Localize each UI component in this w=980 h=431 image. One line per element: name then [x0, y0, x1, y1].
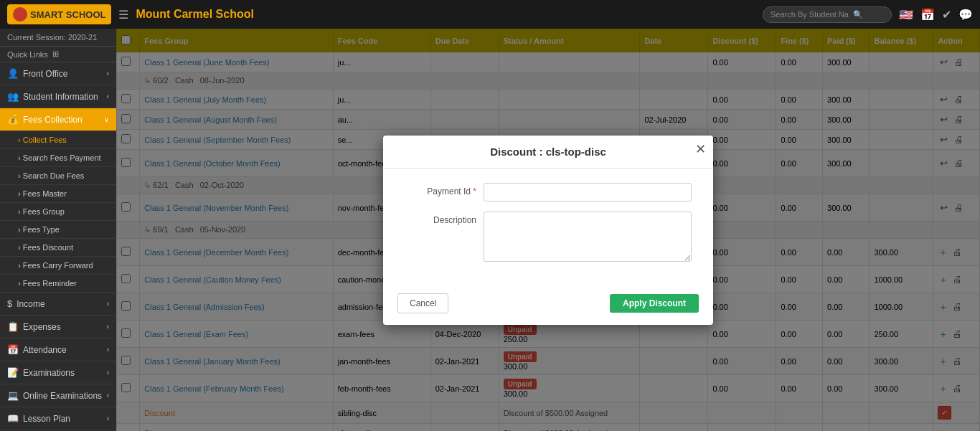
arrow-icon: ‹ [107, 369, 109, 376]
modal-overlay[interactable]: Discount : cls-top-disc ✕ Payment Id * D… [116, 29, 980, 431]
modal-header: Discount : cls-top-disc ✕ [383, 136, 713, 169]
sidebar-item-income[interactable]: $ Income ‹ [0, 293, 116, 316]
arrow-icon: ‹ [107, 392, 109, 399]
submenu-fees-type[interactable]: Fees Type [0, 221, 116, 239]
required-star: * [471, 186, 476, 196]
modal-title: Discount : cls-top-disc [490, 146, 606, 158]
hamburger-icon[interactable]: ☰ [118, 8, 128, 22]
search-icon: 🔍 [853, 10, 863, 19]
modal-footer: Cancel Apply Discount [383, 286, 713, 325]
arrow-icon: ‹ [107, 70, 109, 77]
sidebar-item-expenses[interactable]: 📋 Expenses ‹ [0, 316, 116, 338]
sidebar-item-attendance[interactable]: 📅 Attendance ‹ [0, 338, 116, 361]
logo-text: SMART SCHOOL [30, 9, 105, 20]
submenu-fees-group[interactable]: Fees Group [0, 203, 116, 221]
arrow-icon: ‹ [107, 323, 109, 331]
sidebar-item-student-info[interactable]: 👥 Student Information ‹ [0, 85, 116, 108]
attendance-icon: 📅 [7, 344, 19, 355]
payment-id-row: Payment Id * [405, 183, 692, 202]
submenu-fees-reminder[interactable]: Fees Reminder [0, 275, 116, 293]
whatsapp-icon[interactable]: 💬 [958, 8, 973, 22]
expenses-icon: 📋 [7, 321, 19, 332]
arrow-icon: ∨ [104, 115, 109, 123]
front-office-icon: 👤 [7, 68, 19, 79]
apply-discount-button[interactable]: Apply Discount [610, 294, 699, 313]
session-info: Current Session: 2020-21 [0, 29, 116, 47]
calendar-icon[interactable]: 📅 [920, 8, 935, 22]
nav-icons: 🇺🇸 📅 ✔ 💬 [899, 8, 973, 22]
student-icon: 👥 [7, 91, 19, 102]
top-nav: SMART SCHOOL ☰ Mount Carmel School Searc… [0, 0, 980, 29]
arrow-icon: ‹ [107, 415, 109, 422]
modal-body: Payment Id * Description [383, 169, 713, 286]
sidebar-item-examinations[interactable]: 📝 Examinations ‹ [0, 361, 116, 384]
sidebar-item-online-exams[interactable]: 💻 Online Examinations ‹ [0, 384, 116, 407]
submenu-search-due-fees[interactable]: Search Due Fees [0, 167, 116, 185]
logo-icon [13, 7, 27, 22]
exam-icon: 📝 [7, 367, 19, 378]
quick-links: Quick Links ⊞ [0, 47, 116, 62]
check-icon[interactable]: ✔ [942, 8, 951, 22]
arrow-icon: ‹ [107, 300, 109, 308]
grid-icon: ⊞ [52, 49, 59, 59]
payment-id-label: Payment Id * [405, 183, 476, 196]
logo: SMART SCHOOL [7, 4, 111, 24]
modal-close-button[interactable]: ✕ [695, 141, 706, 157]
cancel-button[interactable]: Cancel [397, 293, 448, 313]
income-icon: $ [7, 298, 12, 309]
submenu-search-fees-payment[interactable]: Search Fees Payment [0, 149, 116, 167]
search-box[interactable]: Search By Student Na 🔍 [763, 6, 892, 23]
description-textarea[interactable] [484, 212, 692, 262]
description-row: Description [405, 212, 692, 262]
description-label: Description [405, 212, 476, 225]
school-title: Mount Carmel School [136, 8, 755, 21]
search-placeholder: Search By Student Na [771, 10, 849, 19]
submenu-fees-master[interactable]: Fees Master [0, 185, 116, 203]
fees-icon: 💰 [7, 114, 19, 125]
lesson-icon: 📖 [7, 413, 19, 424]
sidebar-item-front-office[interactable]: 👤 Front Office ‹ [0, 62, 116, 85]
payment-id-input[interactable] [484, 183, 692, 202]
discount-modal: Discount : cls-top-disc ✕ Payment Id * D… [383, 136, 713, 325]
submenu-collect-fees[interactable]: Collect Fees [0, 131, 116, 149]
arrow-icon: ‹ [107, 93, 109, 100]
sidebar: Current Session: 2020-21 Quick Links ⊞ 👤… [0, 29, 116, 431]
arrow-icon: ‹ [107, 346, 109, 354]
layout: Current Session: 2020-21 Quick Links ⊞ 👤… [0, 29, 980, 431]
online-exam-icon: 💻 [7, 390, 19, 401]
flag-icon[interactable]: 🇺🇸 [899, 8, 913, 22]
main-content: Fees Group Fees Code Due Date Status / A… [116, 29, 980, 431]
sidebar-item-fees-collection[interactable]: 💰 Fees Collection ∨ [0, 108, 116, 131]
sidebar-item-lesson-plan[interactable]: 📖 Lesson Plan ‹ [0, 407, 116, 430]
submenu-fees-carry-forward[interactable]: Fees Carry Forward [0, 257, 116, 275]
submenu-fees-discount[interactable]: Fees Discount [0, 239, 116, 257]
